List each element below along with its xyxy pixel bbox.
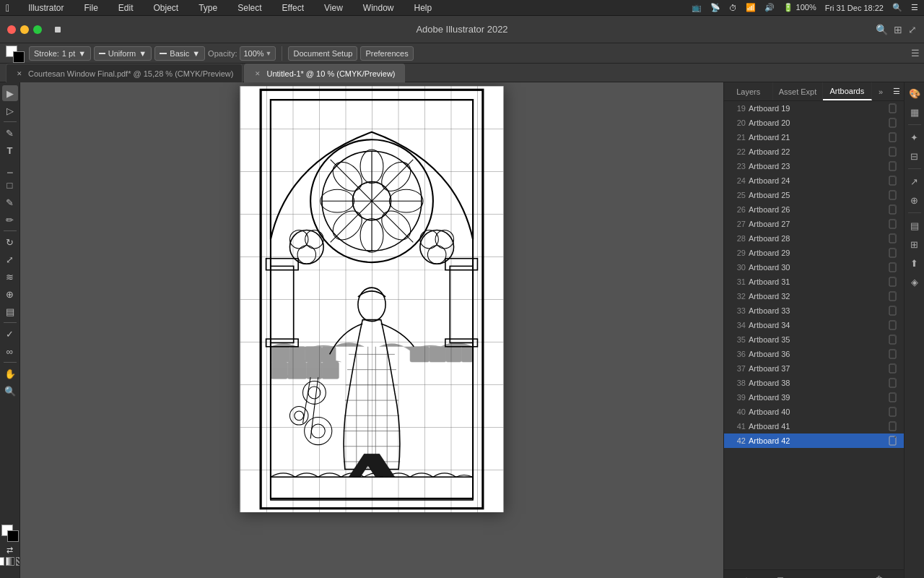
hamburger-icon[interactable]: ☰ (911, 48, 920, 59)
menu-file[interactable]: File (79, 3, 102, 13)
normal-mode[interactable] (0, 557, 4, 566)
image-trace-icon[interactable]: ◈ (907, 274, 923, 290)
stroke-line-btn[interactable]: Uniform ▼ (94, 46, 152, 61)
search-toolbar-icon[interactable]: 🔍 (876, 24, 888, 35)
artboard-row-41[interactable]: 41 Artboard 41 (724, 419, 904, 434)
stroke-color-swatch[interactable] (13, 51, 25, 63)
add-artboard-icon[interactable]: + (744, 574, 749, 579)
canvas-area[interactable] (20, 82, 723, 578)
fill-stroke-swatches[interactable] (4, 44, 26, 63)
artboard-row-24[interactable]: 24 Artboard 24 (724, 173, 904, 188)
opacity-input[interactable]: 100% ▼ (240, 46, 276, 61)
tab-untitled-close[interactable]: ✕ (253, 69, 262, 78)
rect-tool[interactable]: □ (2, 177, 18, 193)
fg-bg-colors[interactable] (1, 524, 19, 543)
blend-tool[interactable]: ∞ (2, 343, 18, 359)
artboard-row-23[interactable]: 23 Artboard 23 (724, 159, 904, 173)
tab-pdf[interactable]: ✕ Courtesan Window Final.pdf* @ 15,28 % … (6, 64, 243, 82)
artboard-row-33[interactable]: 33 Artboard 33 (724, 303, 904, 318)
document-setup-button[interactable]: Document Setup (288, 46, 357, 61)
artboard-row-42[interactable]: 42 Artboard 42 (724, 434, 904, 448)
artboard-row-36[interactable]: 36 Artboard 36 (724, 347, 904, 361)
grid-icon[interactable]: ⊞ (894, 24, 902, 35)
control-center-icon[interactable]: ☰ (911, 3, 918, 12)
close-button[interactable] (7, 25, 16, 34)
menu-illustrator[interactable]: Illustrator (24, 3, 68, 13)
rearrange-icon[interactable]: ⊞ (777, 575, 784, 579)
artboard-row-19[interactable]: 19 Artboard 19 (724, 101, 904, 116)
hand-tool[interactable]: ✋ (2, 366, 18, 381)
tab-layers[interactable]: Layers (724, 82, 773, 100)
tab-artboards[interactable]: Artboards (823, 82, 872, 100)
artboard-row-26[interactable]: 26 Artboard 26 (724, 202, 904, 217)
delete-artboard-icon[interactable]: 🗑 (874, 574, 884, 579)
pathfinder-icon[interactable]: ⊕ (907, 192, 923, 208)
stroke-style-btn[interactable]: Basic ▼ (154, 46, 205, 61)
swatches-icon[interactable]: ▦ (907, 104, 923, 120)
line-tool[interactable]: ⎯ (2, 160, 18, 176)
selection-tool[interactable]: ▶ (2, 85, 18, 101)
shape-builder[interactable]: ⊕ (2, 286, 18, 302)
artboard-row-27[interactable]: 27 Artboard 27 (724, 217, 904, 231)
artboard-row-28[interactable]: 28 Artboard 28 (724, 231, 904, 246)
tab-asset-export[interactable]: Asset Expt (773, 82, 822, 100)
tab-untitled[interactable]: ✕ Untitled-1* @ 10 % (CMYK/Preview) (244, 64, 404, 82)
stroke-btn[interactable]: Stroke: 1 pt ▼ (29, 46, 91, 61)
home-icon[interactable] (55, 27, 61, 33)
artboard-row-39[interactable]: 39 Artboard 39 (724, 390, 904, 405)
apple-menu[interactable]:  (6, 2, 9, 14)
artboard-row-35[interactable]: 35 Artboard 35 (724, 332, 904, 347)
pen-tool[interactable]: ✎ (2, 125, 18, 141)
rotate-tool[interactable]: ↻ (2, 234, 18, 250)
artboards-panel-icon[interactable]: ⊞ (907, 236, 923, 252)
expand-icon[interactable]: ⤢ (908, 24, 917, 35)
artboard-row-30[interactable]: 30 Artboard 30 (724, 260, 904, 275)
artboard-row-21[interactable]: 21 Artboard 21 (724, 130, 904, 144)
warp-tool[interactable]: ≋ (2, 269, 18, 285)
minimize-button[interactable] (20, 25, 29, 34)
artboard-list[interactable]: 19 Artboard 19 20 Artboard 20 21 Artboar… (724, 101, 904, 569)
scale-tool[interactable]: ⤢ (2, 251, 18, 267)
artboard-row-38[interactable]: 38 Artboard 38 (724, 376, 904, 390)
artboard-row-31[interactable]: 31 Artboard 31 (724, 275, 904, 289)
maximize-button[interactable] (33, 25, 42, 34)
paintbrush-tool[interactable]: ✎ (2, 194, 18, 210)
menu-effect[interactable]: Effect (278, 3, 308, 13)
effects-icon[interactable]: ✦ (907, 129, 923, 145)
type-tool[interactable]: T (2, 142, 18, 158)
align-icon[interactable]: ⊟ (907, 148, 923, 164)
direct-selection-tool[interactable]: ▷ (2, 103, 18, 118)
color-icon[interactable]: 🎨 (907, 85, 923, 101)
preferences-button[interactable]: Preferences (360, 46, 413, 61)
menu-edit[interactable]: Edit (114, 3, 138, 13)
panel-overflow[interactable]: » (872, 82, 889, 100)
menu-view[interactable]: View (320, 3, 347, 13)
menu-window[interactable]: Window (359, 3, 398, 13)
tab-pdf-close[interactable]: ✕ (15, 69, 24, 78)
artboard-row-37[interactable]: 37 Artboard 37 (724, 361, 904, 376)
layers-panel-icon[interactable]: ▤ (907, 217, 923, 233)
artboard-row-34[interactable]: 34 Artboard 34 (724, 318, 904, 332)
eyedropper-tool[interactable]: ✓ (2, 326, 18, 342)
menu-select[interactable]: Select (233, 3, 266, 13)
chart-tool[interactable]: ▤ (2, 303, 18, 319)
artboard-row-29[interactable]: 29 Artboard 29 (724, 246, 904, 260)
search-icon[interactable]: 🔍 (892, 3, 902, 12)
transform-icon[interactable]: ↗ (907, 173, 923, 189)
artboard-row-20[interactable]: 20 Artboard 20 (724, 116, 904, 130)
move-up-icon[interactable]: ↑ (811, 575, 816, 579)
menu-type[interactable]: Type (194, 3, 222, 13)
artboard-row-40[interactable]: 40 Artboard 40 (724, 405, 904, 419)
artboard-row-22[interactable]: 22 Artboard 22 (724, 144, 904, 159)
move-down-icon[interactable]: ↓ (842, 575, 847, 579)
menu-object[interactable]: Object (149, 3, 183, 13)
swap-colors[interactable]: ⇄ (6, 545, 14, 554)
more-tools[interactable]: … (4, 569, 17, 578)
zoom-tool[interactable]: 🔍 (2, 383, 18, 399)
export-icon[interactable]: ⬆ (907, 255, 923, 271)
panel-menu-icon[interactable]: ☰ (889, 82, 904, 100)
gradient-mode[interactable] (6, 557, 14, 566)
menu-help[interactable]: Help (410, 3, 437, 13)
artboard-row-25[interactable]: 25 Artboard 25 (724, 188, 904, 202)
background-color[interactable] (7, 530, 19, 542)
